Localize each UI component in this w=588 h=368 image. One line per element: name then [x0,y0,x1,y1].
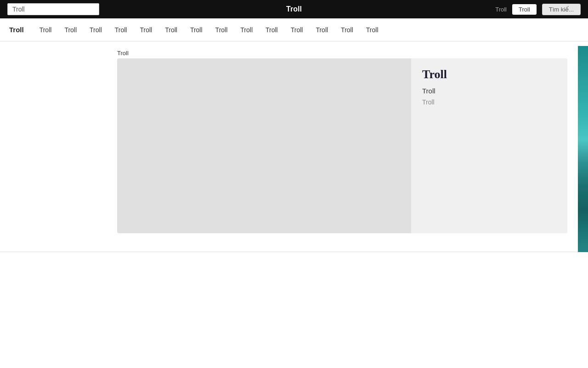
left-sidebar [0,46,117,238]
nav-item-13[interactable]: Troll [360,18,385,41]
product-subtext: Troll [422,98,556,106]
product-subtitle: Troll [422,87,556,95]
main-nav: Troll Troll Troll Troll Troll Troll Trol… [0,18,588,41]
product-info: Troll Troll Troll [411,58,567,233]
header-logo[interactable]: Troll [286,5,302,13]
nav-item-2[interactable]: Troll [83,18,108,41]
top-header: Troll Troll Troll Tìm kiế... [0,0,588,18]
search-button[interactable]: Tìm kiế... [542,4,581,15]
breadcrumb-text: Troll [117,50,129,57]
nav-item-1[interactable]: Troll [58,18,83,41]
nav-item-6[interactable]: Troll [184,18,209,41]
top-header-left [7,3,99,15]
nav-items: Troll Troll Troll Troll Troll Troll Trol… [33,18,385,41]
nav-logo[interactable]: Troll [5,26,28,34]
product-image [117,58,411,233]
nav-item-3[interactable]: Troll [108,18,134,41]
product-card: Troll Troll Troll [117,58,567,233]
search-input[interactable] [7,3,99,15]
nav-item-8[interactable]: Troll [234,18,259,41]
top-link[interactable]: Troll [495,6,507,13]
nav-item-0[interactable]: Troll [33,18,58,41]
nav-item-5[interactable]: Troll [158,18,184,41]
top-header-center: Troll [286,5,302,13]
nav-item-7[interactable]: Troll [209,18,234,41]
product-title: Troll [422,68,556,81]
top-header-right: Troll Troll Tìm kiế... [495,4,581,15]
nav-item-11[interactable]: Troll [309,18,334,41]
nav-item-12[interactable]: Troll [334,18,360,41]
nav-item-4[interactable]: Troll [133,18,158,41]
content-area: Troll Troll Troll Troll [0,41,588,242]
nav-item-9[interactable]: Troll [259,18,284,41]
breadcrumb: Troll [117,46,567,58]
login-button[interactable]: Troll [512,4,537,15]
main-content: Troll Troll Troll Troll [117,46,567,238]
nav-item-10[interactable]: Troll [284,18,310,41]
right-image-strip [578,46,588,252]
bottom-divider [0,252,588,252]
